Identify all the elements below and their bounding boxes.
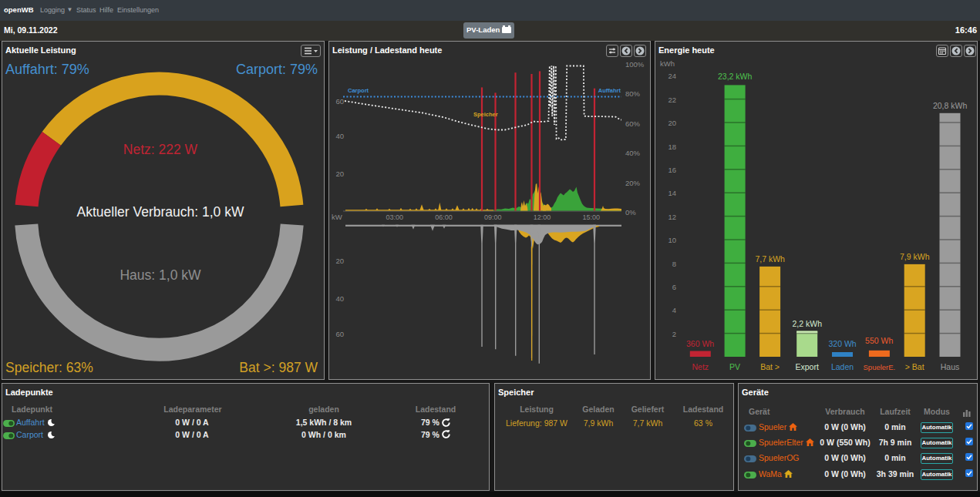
svg-text:Haus: Haus bbox=[941, 362, 960, 371]
svg-text:2: 2 bbox=[672, 330, 676, 338]
svg-text:20: 20 bbox=[668, 119, 676, 127]
svg-text:Laden: Laden bbox=[831, 362, 854, 371]
svg-text:12: 12 bbox=[668, 213, 676, 221]
svg-text:kW: kW bbox=[332, 213, 342, 221]
svg-text:7,7 kWh: 7,7 kWh bbox=[755, 254, 785, 264]
svg-text:Export: Export bbox=[796, 362, 819, 371]
svg-text:20: 20 bbox=[335, 170, 344, 178]
svg-text:60: 60 bbox=[335, 330, 344, 338]
svg-text:14: 14 bbox=[668, 189, 676, 197]
svg-text:40%: 40% bbox=[625, 149, 641, 157]
svg-text:40: 40 bbox=[335, 132, 344, 140]
svg-text:Netz: Netz bbox=[692, 362, 709, 371]
svg-text:> Bat: > Bat bbox=[905, 362, 924, 371]
svg-text:60: 60 bbox=[335, 97, 344, 106]
svg-text:20%: 20% bbox=[625, 179, 641, 187]
svg-text:22: 22 bbox=[668, 96, 676, 104]
svg-text:40: 40 bbox=[335, 294, 344, 303]
svg-text:2,2 kWh: 2,2 kWh bbox=[793, 319, 823, 328]
svg-text:8: 8 bbox=[672, 260, 676, 268]
svg-text:24: 24 bbox=[668, 72, 676, 80]
svg-text:80%: 80% bbox=[625, 89, 641, 98]
svg-text:15:00: 15:00 bbox=[582, 213, 600, 221]
svg-text:23,2 kWh: 23,2 kWh bbox=[718, 72, 753, 81]
svg-text:550 Wh: 550 Wh bbox=[865, 336, 893, 345]
svg-text:20: 20 bbox=[335, 257, 344, 265]
svg-text:320 Wh: 320 Wh bbox=[829, 339, 857, 348]
svg-text:Bat >: Bat > bbox=[760, 362, 780, 371]
svg-text:16: 16 bbox=[668, 166, 676, 174]
svg-text:100%: 100% bbox=[625, 60, 645, 69]
svg-text:PV: PV bbox=[729, 362, 740, 371]
svg-text:10: 10 bbox=[668, 236, 676, 244]
svg-text:60%: 60% bbox=[625, 119, 641, 128]
svg-text:03:00: 03:00 bbox=[386, 213, 403, 221]
svg-text:12:00: 12:00 bbox=[534, 213, 551, 221]
svg-text:360 Wh: 360 Wh bbox=[686, 339, 714, 348]
svg-text:Auffahrt: Auffahrt bbox=[598, 87, 621, 94]
svg-text:6: 6 bbox=[672, 283, 676, 291]
svg-text:Carport: Carport bbox=[348, 87, 369, 94]
svg-text:SpuelerE.: SpuelerE. bbox=[864, 363, 896, 371]
svg-text:Speicher: Speicher bbox=[473, 111, 498, 118]
svg-text:kWh: kWh bbox=[660, 59, 675, 68]
svg-text:4: 4 bbox=[672, 306, 676, 314]
svg-text:18: 18 bbox=[668, 143, 676, 151]
svg-text:0%: 0% bbox=[625, 208, 636, 217]
svg-text:06:00: 06:00 bbox=[435, 213, 453, 221]
svg-text:09:00: 09:00 bbox=[484, 213, 502, 221]
svg-text:7,9 kWh: 7,9 kWh bbox=[900, 252, 930, 261]
svg-text:20,8 kWh: 20,8 kWh bbox=[933, 101, 968, 110]
